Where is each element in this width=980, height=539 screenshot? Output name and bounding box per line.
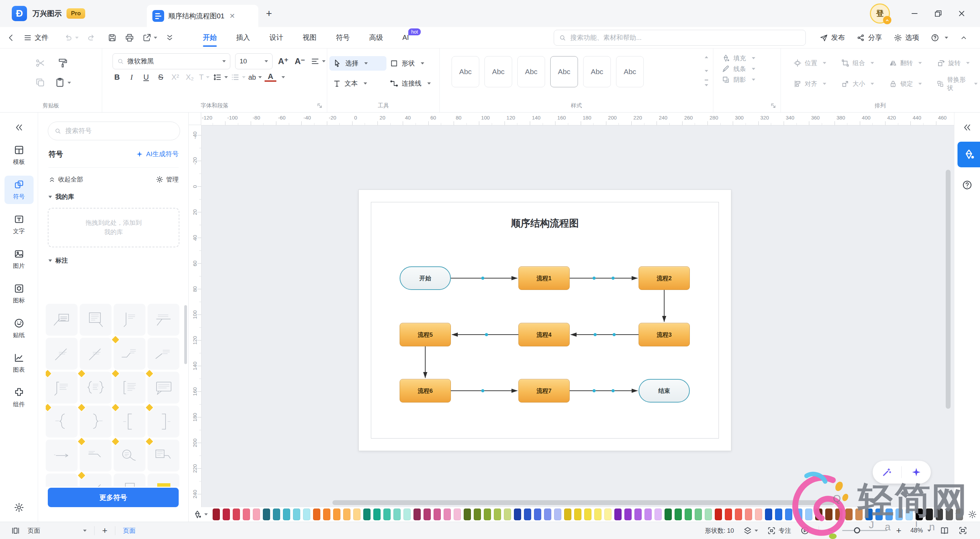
- subscript-button[interactable]: X₂: [184, 73, 196, 82]
- shape-tool-button[interactable]: 形状: [387, 56, 444, 71]
- symbol-thumb-11[interactable]: [114, 372, 145, 403]
- symbol-thumb-6[interactable]: [80, 338, 111, 370]
- color-swatch-24[interactable]: [444, 509, 451, 520]
- symbol-thumb-14[interactable]: [80, 406, 111, 437]
- page-tab-active[interactable]: 页面: [123, 526, 135, 535]
- menubar-tab-1[interactable]: 开始: [193, 27, 226, 48]
- library-dropzone[interactable]: 拖拽到此处，添加到 我的库: [48, 208, 180, 247]
- fill-button[interactable]: 填充: [722, 54, 781, 62]
- color-swatch-63[interactable]: [835, 509, 843, 520]
- bullet-list-button[interactable]: [231, 73, 245, 82]
- zoom-slider-knob[interactable]: [854, 527, 860, 533]
- color-swatch-28[interactable]: [484, 509, 491, 520]
- page-selector[interactable]: 页面: [28, 526, 87, 535]
- color-swatch-42[interactable]: [624, 509, 632, 520]
- symbol-thumb-16[interactable]: [148, 406, 180, 437]
- panel-expand-icon[interactable]: [963, 123, 972, 132]
- menubar-tab-5[interactable]: 符号: [326, 27, 360, 48]
- color-swatch-18[interactable]: [383, 509, 391, 520]
- format-dialog-launcher[interactable]: [770, 102, 776, 109]
- symbol-thumb-9[interactable]: [46, 372, 78, 403]
- menubar-tab-7[interactable]: AIhot: [393, 27, 418, 48]
- sidebar-item-sticker[interactable]: 贴纸: [5, 314, 33, 343]
- flow-node-p1[interactable]: 流程1: [519, 266, 570, 290]
- color-swatch-19[interactable]: [393, 509, 401, 520]
- color-swatch-14[interactable]: [343, 509, 350, 520]
- save-button[interactable]: [108, 33, 117, 42]
- color-swatch-45[interactable]: [654, 509, 662, 520]
- symbol-thumb-8[interactable]: [148, 338, 180, 370]
- help-button[interactable]: [931, 33, 948, 42]
- color-swatch-30[interactable]: [504, 509, 511, 520]
- connection-point[interactable]: [592, 277, 596, 280]
- sidebar-settings-icon[interactable]: [14, 502, 24, 513]
- color-swatch-54[interactable]: [745, 509, 752, 520]
- text-tool-button[interactable]: 文本: [329, 76, 387, 91]
- document-page[interactable]: 顺序结构流程图 开始流程1流程2流程3流程4流程5流程6流程7结束: [358, 190, 731, 451]
- color-swatch-39[interactable]: [594, 509, 601, 520]
- user-avatar[interactable]: 登: [870, 3, 890, 24]
- color-swatch-22[interactable]: [423, 509, 431, 520]
- close-button[interactable]: [957, 9, 966, 18]
- color-swatch-7[interactable]: [273, 509, 280, 520]
- color-swatch-43[interactable]: [635, 509, 642, 520]
- flow-node-start[interactable]: 开始: [399, 266, 451, 290]
- color-swatch-52[interactable]: [725, 509, 732, 520]
- flow-node-end[interactable]: 结束: [638, 379, 690, 402]
- color-swatch-50[interactable]: [705, 509, 712, 520]
- sidebar-collapse-icon[interactable]: [14, 123, 24, 132]
- page-panel-icon[interactable]: [11, 526, 20, 535]
- color-swatch-27[interactable]: [474, 509, 481, 520]
- page-view-button[interactable]: [940, 526, 949, 535]
- menubar-tab-2[interactable]: 插入: [226, 27, 260, 48]
- connection-point[interactable]: [485, 333, 488, 336]
- style-card-3[interactable]: Abc: [517, 56, 545, 87]
- menubar-tab-3[interactable]: 设计: [260, 27, 293, 48]
- color-swatch-70[interactable]: [905, 509, 913, 520]
- decrease-font-button[interactable]: A⁻: [294, 56, 306, 66]
- options-button[interactable]: 选项: [894, 33, 919, 42]
- symbol-search-box[interactable]: [48, 121, 180, 140]
- color-swatch-34[interactable]: [544, 509, 551, 520]
- color-swatch-25[interactable]: [453, 509, 461, 520]
- symbol-thumb-15[interactable]: [114, 406, 145, 437]
- color-swatch-56[interactable]: [765, 509, 772, 520]
- symbol-thumb-5[interactable]: [46, 338, 78, 370]
- color-swatch-13[interactable]: [333, 509, 340, 520]
- canvas[interactable]: -120-100-80-60-40-2002040608010012014016…: [189, 113, 954, 507]
- arrange-翻转-button[interactable]: 翻转: [886, 55, 933, 71]
- color-swatch-11[interactable]: [313, 509, 320, 520]
- color-swatch-73[interactable]: [935, 509, 943, 520]
- color-swatch-9[interactable]: [293, 509, 300, 520]
- select-tool-button[interactable]: 选择: [329, 56, 387, 71]
- symbol-thumb-1[interactable]: [46, 304, 78, 336]
- italic-button[interactable]: I: [126, 73, 137, 82]
- redo-button[interactable]: [87, 33, 96, 42]
- color-swatch-29[interactable]: [494, 509, 501, 520]
- color-swatch-40[interactable]: [604, 509, 611, 520]
- color-swatch-67[interactable]: [875, 509, 883, 520]
- color-swatch-47[interactable]: [675, 509, 682, 520]
- color-swatch-17[interactable]: [373, 509, 380, 520]
- color-swatch-16[interactable]: [363, 509, 371, 520]
- style-card-4[interactable]: Abc: [550, 56, 578, 87]
- color-swatch-20[interactable]: [403, 509, 411, 520]
- sidebar-item-component[interactable]: 组件: [5, 383, 33, 412]
- font-family-select[interactable]: 微软雅黑: [113, 53, 230, 69]
- paste-button[interactable]: [55, 77, 71, 88]
- color-swatch-3[interactable]: [233, 509, 240, 520]
- color-swatch-69[interactable]: [896, 509, 903, 520]
- connection-point[interactable]: [481, 389, 484, 392]
- color-swatch-53[interactable]: [735, 509, 742, 520]
- collapse-toolbar-button[interactable]: [960, 34, 967, 41]
- symbol-search-input[interactable]: [65, 127, 173, 135]
- sidebar-item-image[interactable]: 图片: [5, 245, 33, 273]
- annotation-section-header[interactable]: 标注: [48, 256, 188, 265]
- color-swatch-72[interactable]: [926, 509, 933, 520]
- color-swatch-12[interactable]: [323, 509, 330, 520]
- palette-settings-icon[interactable]: [968, 510, 977, 519]
- connection-point[interactable]: [611, 389, 615, 392]
- font-dialog-launcher[interactable]: [317, 102, 323, 109]
- color-swatch-48[interactable]: [685, 509, 692, 520]
- color-swatch-21[interactable]: [414, 509, 421, 520]
